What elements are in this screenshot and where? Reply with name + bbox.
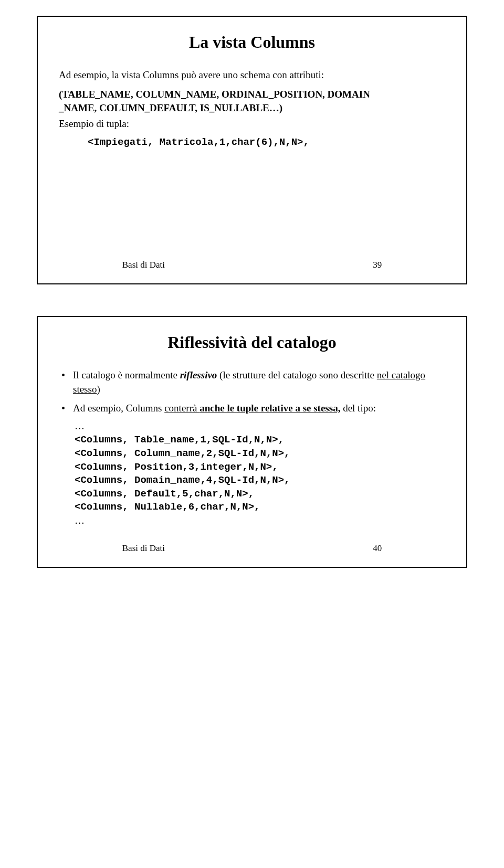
slide-1-spacer <box>59 150 445 255</box>
bullet-1: Il catalogo è normalmente riflessivo (le… <box>61 368 445 397</box>
bullet-2-text-c: anche le tuple relative a se stessa, <box>200 403 340 414</box>
bullet-1-text-a: Il catalogo è normalmente <box>73 369 180 380</box>
code-line-1: <Columns, Table_name,1,SQL-Id,N,N>, <box>75 433 445 447</box>
code-line-6: <Columns, Nullable,6,char,N,N>, <box>75 501 445 514</box>
slide-1-title: La vista Columns <box>59 33 445 52</box>
bullet-2-text-a: Ad esempio, Columns <box>73 403 164 414</box>
slide-2: Riflessività del catalogo Il catalogo è … <box>37 316 467 568</box>
slide-2-code-block: <Columns, Table_name,1,SQL-Id,N,N>, <Col… <box>75 433 445 514</box>
footer-label: Basi di Dati <box>122 543 165 553</box>
ellipsis-bottom: … <box>75 514 445 527</box>
bullet-1-text-b: riflessivo <box>180 369 217 380</box>
bullet-1-text-c: (le strutture del catalogo sono descritt… <box>217 369 376 380</box>
footer-page-number: 39 <box>373 260 382 270</box>
bullet-2: Ad esempio, Columns conterrà anche le tu… <box>61 401 445 416</box>
bullet-1-text-e: ) <box>97 384 100 395</box>
slide-2-spacer <box>59 527 445 538</box>
attr-line-1: (TABLE_NAME, COLUMN_NAME, ORDINAL_POSITI… <box>59 88 445 102</box>
slide-1-intro: Ad esempio, la vista Columns può avere u… <box>59 68 445 82</box>
slide-2-title: Riflessività del catalogo <box>59 333 445 352</box>
bullet-2-text-d: del tipo: <box>340 403 376 414</box>
code-line-2: <Columns, Column_name,2,SQL-Id,N,N>, <box>75 447 445 461</box>
footer-label: Basi di Dati <box>122 260 165 270</box>
slide-1-tuple: <Impiegati, Matricola,1,char(6),N,N>, <box>88 136 445 150</box>
bullet-2-text-b: conterrà <box>164 403 200 414</box>
slide-1-footer: Basi di Dati 39 <box>59 260 445 270</box>
attr-line-2: _NAME, COLUMN_DEFAULT, IS_NULLABLE…) <box>59 101 445 115</box>
footer-page-number: 40 <box>373 543 382 553</box>
slide-1-example-label: Esempio di tupla: <box>59 117 445 131</box>
ellipsis-top: … <box>75 420 445 433</box>
slide-1: La vista Columns Ad esempio, la vista Co… <box>37 16 467 284</box>
slide-1-attributes: (TABLE_NAME, COLUMN_NAME, ORDINAL_POSITI… <box>59 88 445 115</box>
code-line-5: <Columns, Default,5,char,N,N>, <box>75 488 445 501</box>
code-line-4: <Columns, Domain_name,4,SQL-Id,N,N>, <box>75 474 445 488</box>
slide-2-bullet-list: Il catalogo è normalmente riflessivo (le… <box>59 368 445 416</box>
code-line-3: <Columns, Position,3,integer,N,N>, <box>75 461 445 474</box>
slide-2-footer: Basi di Dati 40 <box>59 543 445 554</box>
